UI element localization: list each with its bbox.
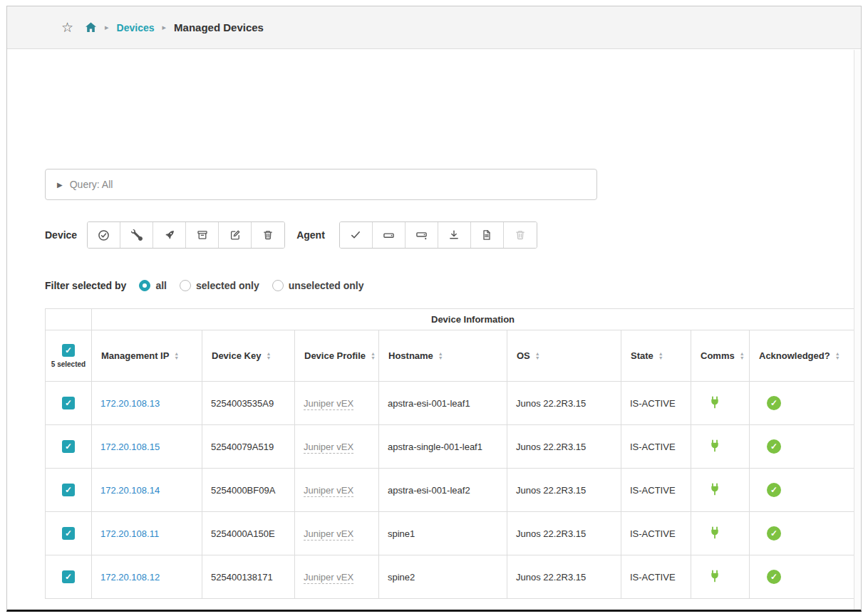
col-label: Hostname	[388, 350, 433, 361]
device-profile-link[interactable]: Juniper vEX	[304, 528, 353, 541]
acknowledged-check-icon	[767, 483, 781, 497]
device-table-body: 172.20.108.13 5254003535A9 Juniper vEX a…	[46, 382, 854, 599]
os-upgrade-button[interactable]	[153, 222, 186, 248]
state-cell: IS-ACTIVE	[621, 469, 691, 512]
state-cell: IS-ACTIVE	[621, 555, 691, 599]
col-label: Device Profile	[304, 350, 366, 361]
trash-icon	[515, 229, 526, 241]
hostname-cell: apstra-esi-001-leaf1	[379, 382, 507, 425]
home-icon[interactable]	[85, 21, 97, 33]
device-profile-link[interactable]: Juniper vEX	[304, 485, 353, 497]
hostname-cell: apstra-single-001-leaf1	[379, 425, 507, 469]
sort-icon: ▲▼	[371, 352, 376, 360]
management-ip-link[interactable]: 172.20.108.14	[100, 485, 160, 496]
row-checkbox[interactable]	[62, 397, 75, 409]
acknowledge-button[interactable]	[88, 222, 120, 248]
collect-data-button[interactable]	[438, 222, 471, 248]
sort-icon: ▲▼	[266, 352, 271, 360]
radio-label: selected only	[196, 280, 259, 291]
col-header-hostname[interactable]: Hostname▲▼	[379, 330, 507, 382]
col-header-management-ip[interactable]: Management IP▲▼	[92, 330, 202, 382]
query-panel[interactable]: ▶ Query: All	[45, 169, 597, 200]
col-header-os[interactable]: OS▲▼	[507, 330, 621, 382]
agent-button-group	[339, 221, 537, 249]
device-profile-link[interactable]: Juniper vEX	[304, 572, 353, 584]
col-label: OS	[517, 350, 530, 361]
table-row: 172.20.108.12 525400138171 Juniper vEX s…	[46, 555, 854, 599]
col-header-device-profile[interactable]: Device Profile▲▼	[295, 330, 379, 382]
col-header-acknowledged[interactable]: Acknowledged?▲▼	[750, 330, 854, 382]
check-icon	[350, 229, 361, 241]
os-cell: Junos 22.2R3.15	[507, 512, 621, 555]
selected-count: 5 selected	[46, 360, 91, 368]
acknowledged-check-icon	[767, 570, 781, 584]
management-ip-link[interactable]: 172.20.108.13	[100, 398, 160, 409]
table-row: 172.20.108.11 5254000A150E Juniper vEX s…	[46, 512, 854, 555]
breadcrumb: ☆ ▸ Devices ▸ Managed Devices	[7, 6, 861, 49]
scrollbar-track[interactable]	[854, 50, 861, 610]
filter-radio-option[interactable]: all	[139, 280, 167, 291]
delete-device-button[interactable]	[252, 222, 284, 248]
filter-label: Filter selected by	[45, 280, 126, 291]
filter-radio-option[interactable]: unselected only	[272, 280, 364, 291]
device-toolbar-label: Device	[45, 229, 77, 241]
management-ip-link[interactable]: 172.20.108.12	[100, 572, 160, 583]
management-ip-link[interactable]: 172.20.108.11	[100, 528, 159, 539]
row-checkbox[interactable]	[62, 570, 75, 583]
acknowledged-cell	[750, 469, 854, 512]
plug-icon	[708, 439, 721, 452]
chevron-right-icon: ▸	[162, 23, 167, 32]
toolbar-row: Device	[45, 221, 861, 249]
filter-radio-option[interactable]: selected only	[180, 280, 259, 291]
col-header-device-key[interactable]: Device Key▲▼	[202, 330, 295, 382]
col-label: Device Key	[212, 350, 261, 361]
agent-check-button[interactable]	[340, 222, 373, 248]
hostname-cell: spine2	[379, 555, 507, 599]
device-profile-link[interactable]: Juniper vEX	[304, 442, 353, 454]
comms-cell	[691, 382, 750, 425]
radio-icon[interactable]	[272, 280, 284, 291]
wrench-icon	[131, 229, 143, 241]
sort-icon: ▲▼	[740, 352, 745, 360]
acknowledged-cell	[750, 555, 854, 599]
radio-icon[interactable]	[180, 280, 191, 291]
row-checkbox[interactable]	[62, 484, 75, 496]
device-profile-link[interactable]: Juniper vEX	[304, 398, 353, 410]
delete-agent-button[interactable]	[504, 222, 537, 248]
state-cell: IS-ACTIVE	[621, 382, 691, 425]
row-checkbox[interactable]	[62, 527, 75, 540]
col-header-state[interactable]: State▲▼	[621, 330, 691, 382]
uninstall-agent-button[interactable]	[405, 222, 438, 248]
plug-icon	[708, 526, 721, 539]
table-row: 172.20.108.14 5254000BF09A Juniper vEX a…	[46, 469, 854, 512]
show-log-button[interactable]	[471, 222, 504, 248]
install-agent-button[interactable]	[373, 222, 405, 248]
os-cell: Junos 22.2R3.15	[507, 555, 621, 599]
edit-button[interactable]	[219, 222, 252, 248]
hostname-cell: spine1	[379, 512, 507, 555]
breadcrumb-devices-link[interactable]: Devices	[117, 22, 155, 33]
edit-icon	[229, 229, 241, 241]
agent-toolbar-label: Agent	[296, 229, 325, 241]
col-label: Comms	[701, 350, 735, 361]
state-cell: IS-ACTIVE	[621, 425, 691, 469]
set-admin-state-button[interactable]	[120, 222, 153, 248]
rocket-icon	[164, 229, 175, 241]
favorite-star-icon[interactable]: ☆	[61, 21, 73, 34]
comms-cell	[691, 425, 750, 469]
management-ip-link[interactable]: 172.20.108.15	[100, 442, 160, 452]
archive-icon	[197, 229, 208, 241]
state-cell: IS-ACTIVE	[621, 512, 691, 555]
col-label: Acknowledged?	[759, 350, 830, 361]
select-all-checkbox[interactable]	[62, 344, 75, 357]
chevron-right-icon: ▸	[105, 23, 109, 32]
device-key-cell: 5254000BF09A	[202, 469, 295, 512]
check-circle-icon	[98, 229, 110, 241]
row-checkbox[interactable]	[62, 440, 75, 453]
decommission-button[interactable]	[186, 222, 219, 248]
devices-table: Device Information 5 selected Management…	[45, 308, 854, 599]
radio-icon[interactable]	[139, 280, 150, 291]
device-information-group-header: Device Information	[92, 309, 854, 330]
col-header-comms[interactable]: Comms▲▼	[691, 330, 750, 382]
plug-icon	[708, 570, 721, 583]
